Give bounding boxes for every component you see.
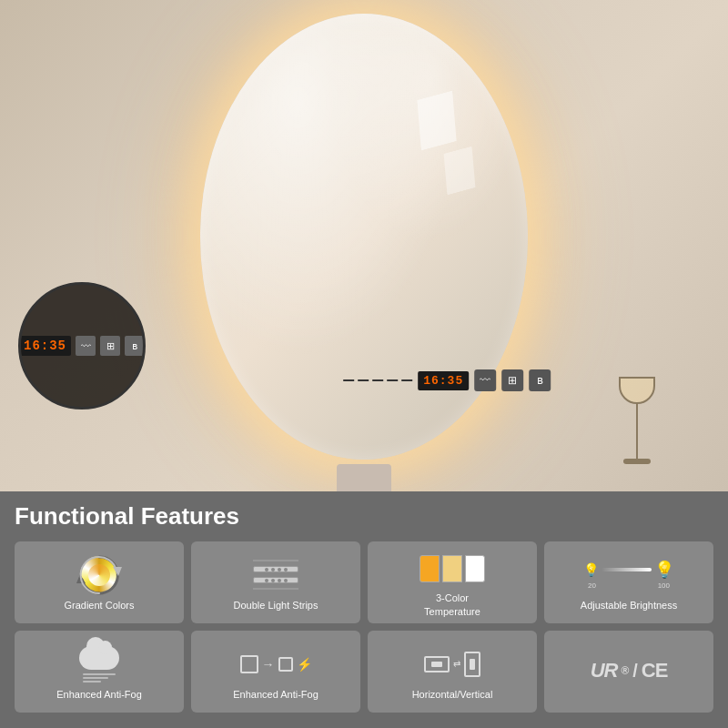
- hv-arrows: ⇄: [453, 659, 460, 669]
- dash-2: [358, 379, 369, 381]
- hv-inner-v: [470, 659, 475, 670]
- hv-inner-h: [431, 662, 442, 667]
- features-title: Functional Features: [15, 502, 713, 531]
- plug-cable-icon: ⚡: [297, 657, 312, 672]
- plug-arrow-icon: →: [262, 657, 275, 672]
- mirror-sound-icon[interactable]: 〰: [474, 369, 496, 391]
- feature-card-anti-fog-plug: → ⚡ Enhanced Anti-Fog: [191, 631, 360, 713]
- mirror-bt-icon[interactable]: ʙ: [529, 369, 551, 391]
- lamp-base: [623, 459, 651, 464]
- plug-box: [240, 655, 258, 673]
- feature-card-anti-fog-cloud: Enhanced Anti-Fog: [15, 631, 184, 713]
- plug-pin-outer: [278, 657, 293, 672]
- temp-neutral-swatch: [442, 555, 462, 582]
- feature-card-three-color-temp: 3-ColorTemperature: [368, 541, 537, 623]
- ul-logo: UR: [591, 659, 618, 682]
- antifog-cloud-icon: [79, 646, 119, 682]
- gradient-colors-icon-area: ↺: [20, 554, 178, 595]
- zoom-bt-icon: ʙ: [125, 336, 145, 356]
- cert-slash: /: [632, 661, 638, 682]
- strip-dot-5: [265, 579, 268, 582]
- certification-icon-area: UR® / CE: [550, 651, 708, 692]
- antifog-plug-icon: → ⚡: [240, 655, 312, 673]
- double-light-strips-icon-area: [197, 554, 355, 595]
- three-color-temp-label: 3-ColorTemperature: [424, 592, 480, 618]
- brightness-slider: [602, 568, 652, 571]
- mirror-wifi-icon[interactable]: ⊞: [501, 369, 523, 391]
- feature-card-adjustable-brightness: 💡 💡 20 100 Adjustable Brightness: [544, 541, 713, 623]
- brightness-max-label: 100: [658, 581, 670, 590]
- strip-dot-1: [265, 568, 268, 571]
- zoom-controls: 16:35 〰 ⊞ ʙ: [19, 336, 145, 356]
- adjustable-brightness-icon-area: 💡 💡 20 100: [550, 554, 708, 595]
- strip-dot-3: [278, 568, 281, 571]
- mirror-background: 16:35 〰 ⊞ ʙ 16:35 〰 ⊞ ʙ: [0, 0, 728, 491]
- fog-lines: [83, 673, 116, 682]
- mirror-glow: [200, 14, 528, 460]
- light-strips-icon: [253, 560, 298, 590]
- anti-fog-cloud-icon-area: [20, 643, 178, 684]
- plug-pins: [278, 657, 293, 672]
- feature-card-certification: UR® / CE: [544, 631, 713, 713]
- dash-5: [401, 379, 412, 381]
- cloud-shape: [79, 646, 119, 670]
- mirror-controls: 16:35 〰 ⊞ ʙ: [343, 369, 551, 391]
- mirror-time-display: 16:35: [418, 371, 469, 390]
- strip-dot-7: [278, 579, 281, 582]
- zoom-time-display: 16:35: [19, 336, 71, 356]
- hv-rect-vertical: [464, 652, 480, 677]
- hv-icon: ⇄: [424, 652, 480, 677]
- floor-lamp: [619, 377, 655, 464]
- fog-line-3: [83, 681, 101, 682]
- brightness-min-label: 20: [588, 581, 596, 590]
- fog-line-2: [83, 677, 108, 679]
- oval-mirror: [200, 14, 528, 460]
- hv-rotate-icon: ⇄: [453, 659, 460, 669]
- strip-1: [253, 566, 298, 572]
- cert-icon: UR® / CE: [591, 659, 668, 682]
- anti-fog-plug-icon-area: → ⚡: [197, 643, 355, 684]
- dash-1: [343, 379, 354, 381]
- sink: [337, 464, 391, 491]
- anti-fog-cloud-label: Enhanced Anti-Fog: [56, 688, 142, 701]
- anti-fog-plug-label: Enhanced Anti-Fog: [233, 688, 318, 701]
- temp-cool-swatch: [465, 555, 485, 582]
- features-grid: ↺ Gradient Colors: [15, 541, 713, 713]
- zoom-callout: 16:35 〰 ⊞ ʙ: [18, 282, 146, 410]
- gradient-icon: ↺: [80, 556, 118, 594]
- ce-logo: CE: [642, 659, 668, 682]
- strip-bottom-line: [253, 588, 298, 590]
- zoom-sound-icon: 〰: [76, 336, 96, 356]
- ul-registered: ®: [621, 664, 629, 677]
- zoom-wifi-icon: ⊞: [100, 336, 120, 356]
- three-color-temp-icon-area: [373, 549, 531, 588]
- dash-3: [372, 379, 383, 381]
- strip-dot-2: [271, 568, 275, 571]
- strip-top-line: [253, 560, 298, 561]
- fog-line-1: [83, 673, 116, 675]
- brightness-row: 💡 💡: [583, 560, 674, 580]
- feature-card-double-light-strips: Double Light Strips: [191, 541, 360, 623]
- brightness-bulb-large: 💡: [654, 560, 674, 580]
- gradient-arrows-svg: [76, 552, 122, 598]
- strip-dot-8: [284, 579, 288, 582]
- horizontal-vertical-icon-area: ⇄: [373, 643, 531, 684]
- brightness-bulb-small: 💡: [583, 562, 599, 577]
- dash-line: [343, 379, 412, 381]
- temp-warm-swatch: [420, 555, 440, 582]
- horizontal-vertical-label: Horizontal/Vertical: [412, 688, 493, 701]
- strip-2: [253, 577, 298, 583]
- double-light-strips-label: Double Light Strips: [234, 599, 318, 612]
- strip-dot-4: [284, 568, 288, 571]
- feature-card-horizontal-vertical: ⇄ Horizontal/Vertical: [368, 631, 537, 713]
- adjustable-brightness-label: Adjustable Brightness: [581, 599, 677, 612]
- gradient-colors-label: Gradient Colors: [64, 599, 134, 612]
- lamp-stem: [636, 404, 638, 459]
- hv-rect-horizontal: [424, 656, 450, 672]
- strip-dot-6: [271, 579, 275, 582]
- feature-card-gradient-colors: ↺ Gradient Colors: [15, 541, 184, 623]
- features-section: Functional Features ↺: [0, 491, 728, 728]
- dash-4: [387, 379, 398, 381]
- lamp-shade: [619, 377, 655, 404]
- mirror-section: 16:35 〰 ⊞ ʙ 16:35 〰 ⊞ ʙ: [0, 0, 728, 491]
